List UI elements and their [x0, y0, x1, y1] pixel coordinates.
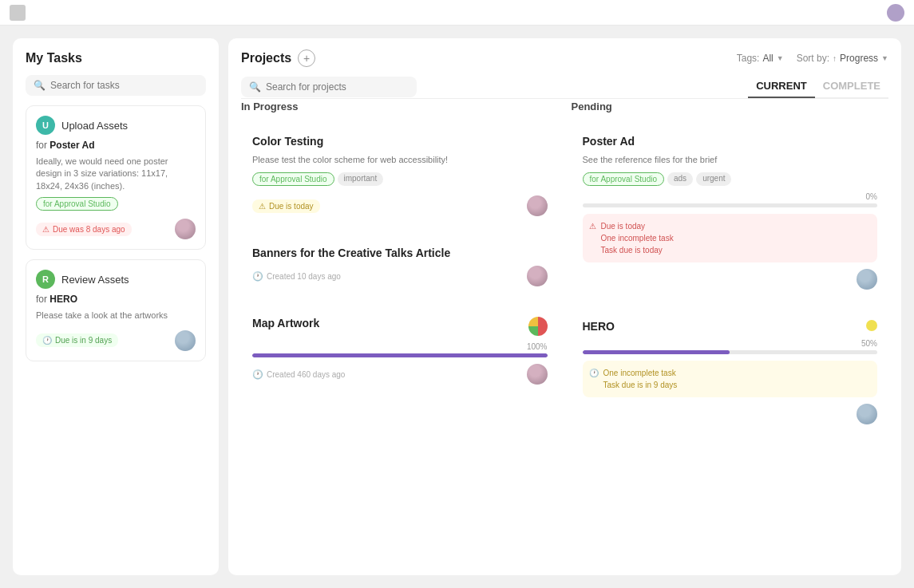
due-text-1: Due was 8 days ago [53, 225, 125, 234]
progress-label-poster: 0% [583, 192, 878, 201]
card-title-banners: Banners for the Creative Talks Article [252, 247, 450, 259]
column-pending-title: Pending [572, 99, 889, 116]
created-text-banners: Created 10 days ago [267, 272, 341, 281]
due-text-2: Due is in 9 days [55, 336, 112, 345]
tags-label: Tags: [737, 53, 760, 64]
task-tags-1: for Approval Studio [36, 197, 196, 211]
created-text-map: Created 460 days ago [267, 370, 345, 379]
avatar[interactable] [887, 4, 904, 22]
card-avatar-map [527, 364, 548, 385]
created-label-banners: 🕐 Created 10 days ago [252, 271, 341, 282]
progress-track-map [252, 353, 548, 357]
card-title-map: Map Artwork [252, 317, 319, 330]
progress-track-poster [583, 203, 878, 207]
card-header-hero: HERO [583, 320, 878, 333]
task-for-1: for Poster Ad [36, 140, 196, 151]
task-card-header-2: R Review Assets [36, 270, 196, 289]
progress-label-hero: 50% [583, 339, 878, 348]
task-icon-upload: U [36, 116, 55, 135]
card-footer-banners: 🕐 Created 10 days ago [252, 266, 548, 286]
alert-line-2-poster: One incomplete task [601, 232, 674, 244]
task-title-2: Review Assets [61, 274, 129, 286]
projects-title: Projects [241, 51, 291, 65]
sort-value[interactable]: Progress [840, 53, 878, 64]
card-title-poster: Poster Ad [583, 135, 635, 148]
projects-wrapper: Projects + Tags: All ▼ Sort by: ↑ Progre… [228, 38, 901, 575]
pie-chart-icon [528, 317, 548, 336]
tasks-search-input[interactable] [50, 80, 198, 91]
tag-approval-studio: for Approval Studio [252, 172, 334, 186]
alert-line-2-hero: Task due is in 9 days [603, 379, 678, 391]
alert-icon-poster: ⚠ [589, 220, 596, 232]
main-layout: My Tasks 🔍 U Upload Assets for Poster Ad… [0, 26, 914, 588]
card-tags-color-testing: for Approval Studio important [252, 172, 548, 186]
card-avatar-poster [857, 269, 877, 290]
projects-inner-header: Projects + Tags: All ▼ Sort by: ↑ Progre… [228, 38, 901, 99]
card-header-banners: Banners for the Creative Talks Article [252, 247, 548, 259]
card-footer-color-testing: ⚠ Due is today [252, 195, 548, 216]
project-card-poster-ad: Poster Ad See the reference files for th… [572, 124, 889, 301]
task-avatar-1 [175, 219, 196, 239]
card-avatar-banners [527, 266, 548, 286]
created-icon-banners: 🕐 [252, 271, 263, 282]
task-desc-1: Ideally, we would need one poster design… [36, 156, 196, 192]
projects-body: In Progress Color Testing Please test th… [228, 99, 901, 575]
alert-box-poster: ⚠ Due is today One incomplete task Task … [583, 214, 878, 262]
card-tags-poster: for Approval Studio ads urgent [583, 172, 878, 186]
column-in-progress: In Progress Color Testing Please test th… [241, 99, 559, 562]
column-in-progress-title: In Progress [241, 99, 559, 116]
tags-value[interactable]: All [762, 53, 773, 64]
due-badge-2: 🕐 Due is in 9 days [36, 333, 118, 347]
task-card-upload-assets: U Upload Assets for Poster Ad Ideally, w… [26, 105, 206, 250]
projects-search-input[interactable] [266, 81, 409, 93]
tag-important: important [338, 172, 384, 186]
sort-arrow-icon: ↑ [833, 54, 837, 63]
task-footer-2: 🕐 Due is in 9 days [36, 330, 196, 351]
progress-label-map: 100% [252, 342, 548, 351]
task-desc-2: Please take a look at the artworks [36, 310, 196, 322]
tasks-search-bar[interactable]: 🔍 [26, 75, 206, 96]
card-title-color-testing: Color Testing [252, 135, 323, 148]
task-tag-approval: for Approval Studio [36, 197, 118, 211]
tag-poster-urgent: urgent [696, 172, 731, 186]
task-title-1: Upload Assets [61, 120, 128, 132]
tag-poster-approval: for Approval Studio [583, 172, 665, 186]
task-card-review-assets: R Review Assets for HERO Please take a l… [26, 259, 206, 361]
my-tasks-panel: My Tasks 🔍 U Upload Assets for Poster Ad… [13, 38, 219, 575]
overdue-icon: ⚠ [42, 225, 49, 234]
project-card-color-testing: Color Testing Please test the color sche… [241, 124, 559, 227]
add-project-button[interactable]: + [298, 49, 315, 67]
card-avatar-ct [527, 195, 548, 216]
card-desc-color-testing: Please test the color scheme for web acc… [252, 154, 548, 166]
progress-track-hero [583, 350, 878, 354]
projects-header-row: Projects + Tags: All ▼ Sort by: ↑ Progre… [241, 49, 888, 67]
card-avatar-hero [857, 404, 877, 424]
alert-line-1-hero: One incomplete task [603, 367, 678, 379]
upcoming-icon: 🕐 [42, 336, 52, 345]
due-icon-ct: ⚠ [259, 202, 266, 211]
task-icon-review: R [36, 270, 55, 289]
project-card-banners: Banners for the Creative Talks Article 🕐… [241, 235, 559, 298]
card-header-color-testing: Color Testing [252, 135, 548, 148]
columns-area: In Progress Color Testing Please test th… [241, 99, 888, 562]
tab-current[interactable]: CURRENT [748, 75, 815, 98]
search-icon: 🔍 [34, 80, 46, 91]
progress-poster: 0% [583, 192, 878, 207]
due-text-ct: Due is today [269, 202, 314, 211]
card-header-map: Map Artwork [252, 317, 548, 336]
due-badge-color-testing: ⚠ Due is today [252, 199, 320, 213]
my-tasks-title: My Tasks [26, 51, 206, 65]
progress-fill-hero [583, 350, 730, 354]
projects-title-row: Projects + [241, 49, 315, 67]
card-title-hero: HERO [583, 320, 615, 333]
task-card-header: U Upload Assets [36, 116, 196, 135]
alert-icon-hero: 🕐 [589, 367, 599, 379]
task-for-2: for HERO [36, 294, 196, 305]
projects-search-bar[interactable]: 🔍 [241, 77, 417, 97]
progress-map: 100% [252, 342, 548, 357]
sort-chevron-icon: ▼ [881, 54, 888, 62]
sort-label: Sort by: [797, 53, 829, 64]
projects-tabs: CURRENT COMPLETE [748, 75, 888, 98]
tab-complete[interactable]: COMPLETE [815, 75, 888, 98]
card-footer-map: 🕐 Created 460 days ago [252, 364, 548, 385]
